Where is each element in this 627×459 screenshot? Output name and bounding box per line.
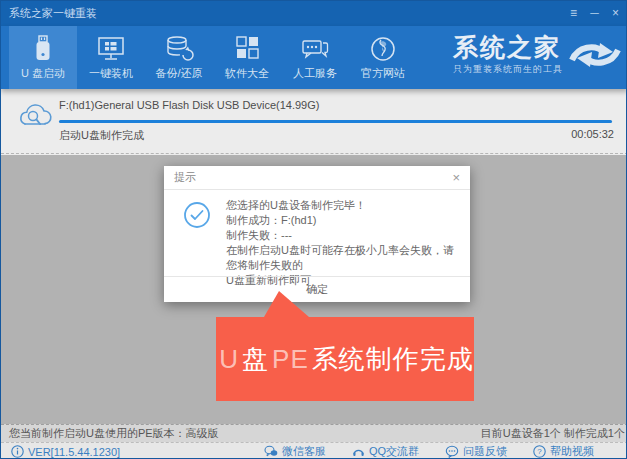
- nav-label: 官方网站: [361, 66, 405, 81]
- brand-tagline: 只为重装系统而生的工具: [453, 63, 563, 76]
- minimize-icon[interactable]: ─: [584, 1, 605, 26]
- menu-icon[interactable]: ≡: [563, 1, 584, 26]
- info-icon: [11, 445, 24, 458]
- question-icon: ?: [533, 445, 546, 458]
- progress-status-text: 启动U盘制作完成: [59, 128, 144, 143]
- database-refresh-icon: [164, 34, 194, 64]
- wechat-icon: [264, 445, 278, 458]
- footer-link-label: 问题反馈: [463, 444, 507, 459]
- banner-part: 系统制作完成: [312, 344, 474, 374]
- brand-name: 系统之家: [453, 33, 563, 61]
- dialog-header: 提示 ×: [164, 166, 470, 190]
- version-info: VER[11.5.44.1230]: [11, 445, 120, 458]
- qq-icon: [352, 445, 365, 458]
- dialog-line: 在制作启动U盘时可能存在极小几率会失败，请您将制作失败的: [226, 243, 458, 273]
- dialog-footer: 确定: [164, 276, 470, 302]
- brand-swoosh-icon: [569, 37, 621, 73]
- usb-drive-icon: [30, 34, 56, 64]
- feedback-link[interactable]: 问题反馈: [445, 444, 507, 459]
- nav-bar: U 盘启动 一键装机 备份/还原: [1, 26, 627, 89]
- banner-text: U盘PE系统制作完成: [216, 342, 473, 377]
- completion-dialog: 提示 × 您选择的U盘设备制作完毕！ 制作成功：F:(hd1) 制作失败：---…: [164, 166, 470, 302]
- nav-item-software[interactable]: 软件大全: [213, 26, 281, 89]
- nav-label: 备份/还原: [155, 66, 202, 81]
- nav-label: U 盘启动: [21, 66, 65, 81]
- window-title: 系统之家一键重装: [9, 6, 97, 21]
- svg-text:?: ?: [537, 447, 542, 456]
- banner-part: PE: [272, 344, 309, 374]
- progress-elapsed-time: 00:05:32: [571, 128, 614, 140]
- feedback-bubble-icon: [445, 445, 459, 458]
- qq-group-link[interactable]: QQ交流群: [352, 444, 419, 459]
- footer-bar: VER[11.5.44.1230] 微信客服 QQ交流群: [1, 442, 627, 459]
- usb-device-label: F:(hd1)General USB Flash Disk USB Device…: [59, 99, 319, 111]
- wechat-support-link[interactable]: 微信客服: [264, 444, 326, 459]
- nav-item-one-click-install[interactable]: 一键装机: [77, 26, 145, 89]
- banner-part: U: [219, 344, 239, 374]
- title-bar: 系统之家一键重装 ≡ ─ ×: [1, 1, 627, 26]
- usb-count-status: 目前U盘设备1个 制作完成1个: [481, 426, 625, 441]
- dialog-title: 提示: [174, 170, 196, 185]
- footer-link-label: 帮助视频: [550, 444, 594, 459]
- nav-item-usb-boot[interactable]: U 盘启动: [9, 26, 77, 89]
- close-icon[interactable]: ×: [605, 1, 626, 26]
- progress-bar-fill: [59, 120, 612, 123]
- dialog-line: 制作成功：F:(hd1): [226, 213, 458, 228]
- monitor-windows-icon: [96, 34, 126, 64]
- banner-pointer: [264, 291, 309, 317]
- version-text: VER[11.5.44.1230]: [28, 446, 120, 458]
- squares-grid-icon: [233, 34, 261, 64]
- dialog-line: 制作失败：---: [226, 228, 458, 243]
- progress-bar: [59, 120, 612, 123]
- help-video-link[interactable]: ? 帮助视频: [533, 444, 594, 459]
- nav-item-backup-restore[interactable]: 备份/还原: [145, 26, 213, 89]
- nav-item-support[interactable]: 人工服务: [281, 26, 349, 89]
- nav-label: 人工服务: [293, 66, 337, 81]
- ok-button[interactable]: 确定: [164, 277, 470, 302]
- dialog-line: 您选择的U盘设备制作完毕！: [226, 198, 458, 213]
- titlebar-buttons: ≡ ─ ×: [563, 1, 626, 26]
- footer-link-label: QQ交流群: [369, 444, 419, 459]
- footer-link-label: 微信客服: [282, 444, 326, 459]
- cloud-search-icon: [16, 101, 52, 133]
- brand-logo: 系统之家 只为重装系统而生的工具: [453, 33, 621, 76]
- dialog-close-icon[interactable]: ×: [452, 170, 460, 185]
- usb-progress-section: F:(hd1)General USB Flash Disk USB Device…: [1, 89, 627, 154]
- globe-icon: [368, 34, 398, 64]
- success-check-icon: [183, 201, 211, 229]
- pe-version-status: 您当前制作启动U盘使用的PE版本：高级版: [9, 426, 219, 441]
- nav-item-website[interactable]: 官方网站: [349, 26, 417, 89]
- footer-links: 微信客服 QQ交流群 问题反馈: [264, 444, 594, 459]
- banner-part: 盘: [242, 344, 269, 374]
- nav-label: 软件大全: [225, 66, 269, 81]
- dialog-body: 您选择的U盘设备制作完毕！ 制作成功：F:(hd1) 制作失败：--- 在制作启…: [164, 190, 470, 288]
- nav-label: 一键装机: [89, 66, 133, 81]
- completion-banner: U盘PE系统制作完成: [216, 317, 474, 401]
- chat-bubbles-icon: [300, 34, 330, 64]
- status-bar: 您当前制作启动U盘使用的PE版本：高级版 目前U盘设备1个 制作完成1个: [1, 424, 627, 442]
